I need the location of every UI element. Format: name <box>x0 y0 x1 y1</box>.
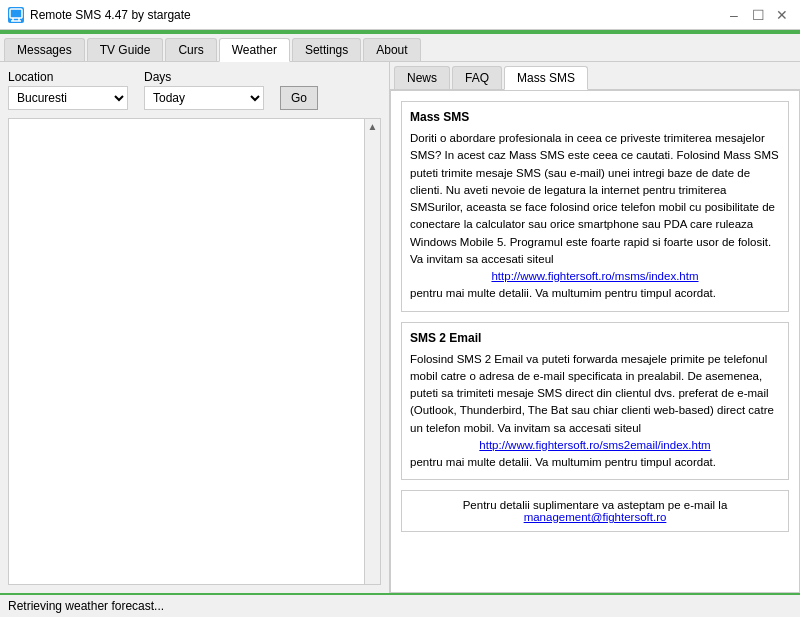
minimize-button[interactable]: – <box>724 5 744 25</box>
sms2email-title: SMS 2 Email <box>410 331 780 345</box>
right-content[interactable]: Mass SMS Doriti o abordare profesionala … <box>390 90 800 593</box>
statusbar: Retrieving weather forecast... <box>0 593 800 617</box>
mass-sms-text: Doriti o abordare profesionala in ceea c… <box>410 130 780 303</box>
location-select[interactable]: Bucuresti Cluj Iasi Timisoara <box>8 86 128 110</box>
status-text: Retrieving weather forecast... <box>8 599 164 613</box>
tab-about[interactable]: About <box>363 38 420 61</box>
left-panel: Location Bucuresti Cluj Iasi Timisoara D… <box>0 62 390 593</box>
sms2email-link[interactable]: http://www.fightersoft.ro/sms2email/inde… <box>410 437 780 454</box>
footer-section: Pentru detalii suplimentare va asteptam … <box>401 490 789 532</box>
location-label: Location <box>8 70 128 84</box>
tab-messages[interactable]: Messages <box>4 38 85 61</box>
mass-sms-link[interactable]: http://www.fightersoft.ro/msms/index.htm <box>410 268 780 285</box>
mass-sms-section: Mass SMS Doriti o abordare profesionala … <box>401 101 789 312</box>
mass-sms-title: Mass SMS <box>410 110 780 124</box>
app-title: Remote SMS 4.47 by stargate <box>30 8 191 22</box>
weather-display: ▲ <box>8 118 381 585</box>
app-icon <box>8 7 24 23</box>
tab-tvguide[interactable]: TV Guide <box>87 38 164 61</box>
right-panel: News FAQ Mass SMS Mass SMS Doriti o abor… <box>390 62 800 593</box>
svg-rect-0 <box>10 9 22 18</box>
footer-text: Pentru detalii suplimentare va asteptam … <box>463 499 728 511</box>
sms2email-text: Folosind SMS 2 Email va puteti forwarda … <box>410 351 780 472</box>
tab-weather[interactable]: Weather <box>219 38 290 62</box>
tab-faq[interactable]: FAQ <box>452 66 502 89</box>
scrollbar-up-arrow[interactable]: ▲ <box>368 121 378 132</box>
tab-curs[interactable]: Curs <box>165 38 216 61</box>
tab-news[interactable]: News <box>394 66 450 89</box>
sub-tabs: News FAQ Mass SMS <box>390 62 800 90</box>
titlebar: Remote SMS 4.47 by stargate – ☐ ✕ <box>0 0 800 30</box>
days-label: Days <box>144 70 264 84</box>
sms2email-section: SMS 2 Email Folosind SMS 2 Email va pute… <box>401 322 789 481</box>
tab-settings[interactable]: Settings <box>292 38 361 61</box>
days-select[interactable]: Today Tomorrow 3 Days 7 Days <box>144 86 264 110</box>
go-button[interactable]: Go <box>280 86 318 110</box>
close-button[interactable]: ✕ <box>772 5 792 25</box>
footer-email-link[interactable]: management@fightersoft.ro <box>410 511 780 523</box>
tab-masssms[interactable]: Mass SMS <box>504 66 588 90</box>
main-tabs: Messages TV Guide Curs Weather Settings … <box>0 34 800 62</box>
maximize-button[interactable]: ☐ <box>748 5 768 25</box>
